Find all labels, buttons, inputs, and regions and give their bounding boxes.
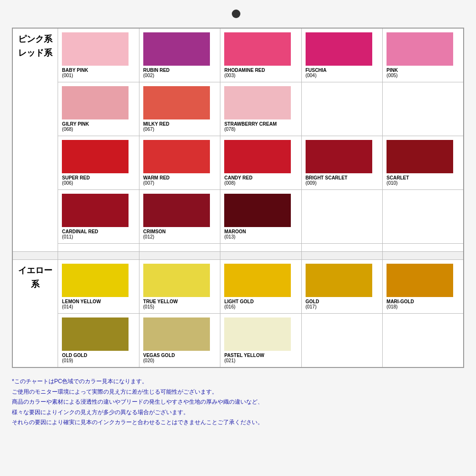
color-swatch bbox=[62, 86, 129, 119]
bullet-icon bbox=[232, 10, 240, 18]
color-code: (018) bbox=[387, 304, 459, 309]
table-row: SUPER RED(006)WARM RED(007)CANDY RED(008… bbox=[12, 136, 464, 190]
color-swatch bbox=[224, 317, 291, 351]
color-name: SCARLET bbox=[387, 175, 459, 180]
color-name: RHODAMINE RED bbox=[224, 68, 297, 73]
color-swatch bbox=[306, 32, 372, 66]
page-title bbox=[232, 10, 244, 18]
color-code: (019) bbox=[62, 358, 135, 363]
color-code: (015) bbox=[143, 304, 216, 309]
color-code: (012) bbox=[143, 234, 216, 239]
color-cell bbox=[301, 190, 382, 244]
color-swatch bbox=[62, 194, 129, 227]
color-name: TRUE YELLOW bbox=[143, 299, 216, 304]
color-name: WARM RED bbox=[143, 175, 216, 180]
color-swatch bbox=[387, 140, 453, 173]
color-code: (002) bbox=[143, 73, 216, 78]
color-cell: VEGAS GOLD(020) bbox=[139, 314, 220, 368]
color-swatch bbox=[143, 317, 210, 351]
color-code: (008) bbox=[224, 180, 297, 186]
color-cell: BABY PINK(001) bbox=[58, 28, 139, 82]
color-swatch bbox=[387, 264, 453, 297]
color-code: (078) bbox=[224, 127, 297, 132]
color-cell: CRIMSON(012) bbox=[139, 190, 220, 244]
color-code: (068) bbox=[62, 127, 135, 132]
color-cell bbox=[220, 244, 301, 252]
color-table: ピンク系レッド系BABY PINK(001)RUBIN RED(002)RHOD… bbox=[12, 28, 464, 368]
color-cell: OLD GOLD(019) bbox=[58, 314, 139, 368]
color-cell: PASTEL YELLOW(021) bbox=[220, 314, 301, 368]
footer-line: *このチャートはPC色域でのカラー見本になります。 bbox=[12, 378, 148, 385]
table-row: OLD GOLD(019)VEGAS GOLD(020)PASTEL YELLO… bbox=[12, 314, 464, 368]
color-cell: SCARLET(010) bbox=[383, 136, 464, 190]
color-code: (014) bbox=[62, 304, 135, 309]
color-cell: GOLD(017) bbox=[301, 260, 382, 314]
color-name: PASTEL YELLOW bbox=[224, 353, 297, 358]
color-swatch bbox=[143, 264, 210, 297]
table-row: CARDINAL RED(011)CRIMSON(012)MAROON(013) bbox=[12, 190, 464, 244]
color-cell bbox=[383, 244, 464, 252]
color-code: (020) bbox=[143, 358, 216, 363]
color-swatch bbox=[224, 264, 291, 297]
color-cell: MARI-GOLD(018) bbox=[383, 260, 464, 314]
color-name: LEMON YELLOW bbox=[62, 299, 135, 304]
color-name: STRAWBERRY CREAM bbox=[224, 121, 297, 127]
color-code: (010) bbox=[387, 180, 459, 186]
color-cell: SUPER RED(006) bbox=[58, 136, 139, 190]
footer-line: ご使用のモニター環境によって実際の見え方に差が生じる可能性がございます。 bbox=[12, 388, 218, 395]
color-cell bbox=[301, 314, 382, 368]
color-swatch bbox=[62, 317, 129, 351]
color-cell: GILRY PINK(068) bbox=[58, 82, 139, 136]
color-name: CARDINAL RED bbox=[62, 229, 135, 234]
color-swatch bbox=[62, 264, 129, 297]
color-code: (067) bbox=[143, 127, 216, 132]
color-cell bbox=[383, 314, 464, 368]
category-cell: ピンク系レッド系 bbox=[12, 28, 58, 252]
color-name: MILKY RED bbox=[143, 121, 216, 127]
color-cell: RHODAMINE RED(003) bbox=[220, 28, 301, 82]
color-cell: MILKY RED(067) bbox=[139, 82, 220, 136]
color-cell: MAROON(013) bbox=[220, 190, 301, 244]
color-cell bbox=[139, 244, 220, 252]
color-cell: CARDINAL RED(011) bbox=[58, 190, 139, 244]
color-cell bbox=[383, 82, 464, 136]
color-code: (004) bbox=[306, 73, 378, 78]
color-name: RUBIN RED bbox=[143, 68, 216, 73]
color-cell bbox=[301, 82, 382, 136]
color-cell: TRUE YELLOW(015) bbox=[139, 260, 220, 314]
color-code: (013) bbox=[224, 234, 297, 239]
color-swatch bbox=[143, 140, 210, 173]
color-name: GOLD bbox=[306, 299, 378, 304]
color-cell: BRIGHT SCARLET(009) bbox=[301, 136, 382, 190]
color-name: BRIGHT SCARLET bbox=[306, 175, 378, 180]
color-code: (001) bbox=[62, 73, 135, 78]
footer-line: それらの要因により確実に見本のインクカラーと合わせることはできませんことご了承く… bbox=[12, 419, 263, 426]
footer-line: 商品のカラーや素材による浸透性の違いやブリードの発生しやすさや生地の厚みや織の違… bbox=[12, 398, 263, 405]
footer-line: 様々な要因によりインクの見え方が多少の異なる場合がございます。 bbox=[12, 409, 189, 416]
color-swatch bbox=[387, 32, 453, 66]
color-name: CRIMSON bbox=[143, 229, 216, 234]
color-name: SUPER RED bbox=[62, 175, 135, 180]
color-code: (005) bbox=[387, 73, 459, 78]
color-name: BABY PINK bbox=[62, 68, 135, 73]
table-row: イエロー系LEMON YELLOW(014)TRUE YELLOW(015)LI… bbox=[12, 260, 464, 314]
color-name: LIGHT GOLD bbox=[224, 299, 297, 304]
color-swatch bbox=[143, 194, 210, 227]
color-cell bbox=[58, 244, 139, 252]
color-name: MAROON bbox=[224, 229, 297, 234]
color-name: OLD GOLD bbox=[62, 353, 135, 358]
color-swatch bbox=[306, 140, 372, 173]
table-row: ピンク系レッド系BABY PINK(001)RUBIN RED(002)RHOD… bbox=[12, 28, 464, 82]
color-cell: PINK(005) bbox=[383, 28, 464, 82]
category-cell: イエロー系 bbox=[12, 260, 58, 368]
color-code: (009) bbox=[306, 180, 378, 186]
color-cell: LEMON YELLOW(014) bbox=[58, 260, 139, 314]
color-name: GILRY PINK bbox=[62, 121, 135, 127]
color-cell bbox=[383, 190, 464, 244]
color-swatch bbox=[224, 194, 291, 227]
color-code: (011) bbox=[62, 234, 135, 239]
color-swatch bbox=[62, 32, 129, 66]
color-swatch bbox=[143, 86, 210, 119]
color-code: (006) bbox=[62, 180, 135, 186]
color-swatch bbox=[62, 140, 129, 173]
